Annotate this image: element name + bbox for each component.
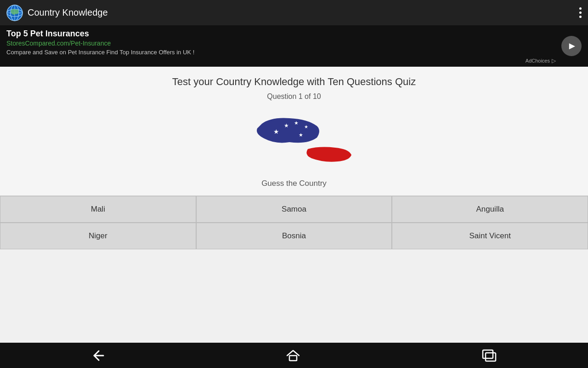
adchoices-icon: ▷ <box>552 58 556 64</box>
topbar-left: Country Knowledge <box>6 5 108 21</box>
top-bar: Country Knowledge <box>0 0 588 25</box>
bottom-nav-bar <box>0 343 588 368</box>
svg-text:★: ★ <box>273 128 279 135</box>
country-map: ★ ★ ★ ★ ★ <box>225 110 363 170</box>
question-number: Question 1 of 10 <box>267 92 321 101</box>
ad-bar: Top 5 Pet Insurances StoresCompared.com/… <box>0 25 588 67</box>
svg-rect-14 <box>486 353 496 361</box>
adchoices-label: AdChoices ▷ <box>526 58 556 64</box>
menu-icon[interactable] <box>579 7 582 18</box>
ad-description: Compare and Save on Pet Insurance Find T… <box>6 49 582 56</box>
recent-apps-icon <box>481 349 498 362</box>
svg-text:★: ★ <box>284 122 289 129</box>
answer-anguilla[interactable]: Anguilla <box>392 196 588 223</box>
quiz-title: Test your Country Knowledge with Ten Que… <box>172 76 416 88</box>
answer-mali[interactable]: Mali <box>0 196 196 223</box>
svg-rect-12 <box>289 356 297 361</box>
home-button[interactable] <box>286 349 300 362</box>
svg-text:★: ★ <box>294 120 299 126</box>
samoa-svg: ★ ★ ★ ★ ★ <box>225 110 363 170</box>
answer-niger[interactable]: Niger <box>0 223 196 249</box>
back-icon <box>90 349 105 362</box>
back-button[interactable] <box>90 349 105 362</box>
answer-saint-vicent[interactable]: Saint Vicent <box>392 223 588 249</box>
globe-icon <box>6 5 23 21</box>
svg-text:★: ★ <box>304 124 308 129</box>
recent-apps-button[interactable] <box>481 349 498 362</box>
answers-grid: Mali Samoa Anguilla Niger Bosnia Saint V… <box>0 196 588 249</box>
guess-label: Guess the Country <box>261 179 327 188</box>
svg-rect-13 <box>483 350 493 358</box>
ad-url[interactable]: StoresCompared.com/Pet-Insurance <box>6 40 582 47</box>
answer-samoa[interactable]: Samoa <box>196 196 392 223</box>
app-title: Country Knowledge <box>28 7 108 18</box>
ad-title: Top 5 Pet Insurances <box>6 29 582 39</box>
svg-text:★: ★ <box>299 132 303 138</box>
answer-bosnia[interactable]: Bosnia <box>196 223 392 249</box>
quiz-main: Test your Country Knowledge with Ten Que… <box>0 67 588 196</box>
ad-next-button[interactable]: ► <box>561 36 582 56</box>
chevron-right-icon: ► <box>567 40 577 52</box>
home-icon <box>286 349 300 362</box>
